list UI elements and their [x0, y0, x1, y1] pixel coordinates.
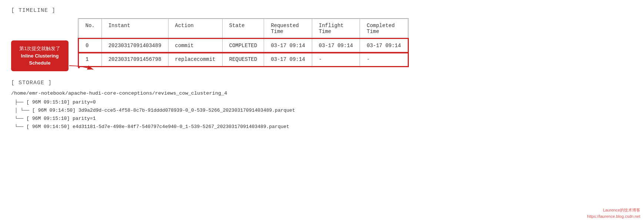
table-cell: REQUESTED	[222, 53, 264, 67]
col-no: No.	[79, 19, 101, 39]
table-cell: -	[312, 53, 360, 67]
col-action: Action	[168, 19, 222, 39]
callout-text-cn: 第1次提交就触发了	[17, 45, 63, 52]
tree-line: └── [ 96M 09:15:10] parity=1	[15, 115, 633, 123]
table-row: 120230317091456798replacecommitREQUESTED…	[79, 53, 408, 67]
table-row: 020230317091403489commitCOMPLETED03-17 0…	[79, 39, 408, 53]
table-header-row: No. Instant Action State RequestedTime I…	[79, 19, 408, 39]
table-cell: -	[360, 53, 408, 67]
table-cell: COMPLETED	[222, 39, 264, 53]
table-cell: replacecommit	[168, 53, 222, 67]
tree-line: ├── [ 96M 09:15:10] parity=0	[15, 98, 633, 106]
callout-arrow	[67, 58, 97, 81]
col-completed-time: CompletedTime	[360, 19, 408, 39]
col-state: State	[222, 19, 264, 39]
watermark-line1: Laurence的技术博客	[587, 207, 640, 213]
table-cell: 03-17 09:14	[264, 39, 312, 53]
table-cell: 03-17 09:14	[360, 39, 408, 53]
col-inflight-time: InflightTime	[312, 19, 360, 39]
storage-tree: ├── [ 96M 09:15:10] parity=0│ └── [ 96M …	[11, 98, 633, 131]
tree-line: └── [ 96M 09:14:50] e4d31181-5d7e-498e-8…	[15, 123, 633, 131]
timeline-container: 第1次提交就触发了 Inline Clustering Schedule No.…	[11, 18, 633, 69]
storage-section: [ STORAGE ] /home/emr-notebook/apache-hu…	[11, 80, 633, 131]
table-cell: 0	[79, 39, 101, 53]
table-cell: 20230317091456798	[101, 53, 168, 67]
col-requested-time: RequestedTime	[264, 19, 312, 39]
timeline-label: [ TIMELINE ]	[11, 7, 633, 14]
watermark-line2: https://laurence.blog.csdn.net	[587, 213, 640, 220]
table-cell: 03-17 09:14	[264, 53, 312, 67]
table-cell: 03-17 09:14	[312, 39, 360, 53]
table-cell: commit	[168, 39, 222, 53]
col-instant: Instant	[101, 19, 168, 39]
storage-path: /home/emr-notebook/apache-hudi-core-conc…	[11, 91, 633, 96]
watermark: Laurence的技术博客 https://laurence.blog.csdn…	[587, 207, 640, 219]
timeline-table-wrapper: No. Instant Action State RequestedTime I…	[78, 18, 409, 67]
table-cell: 20230317091403489	[101, 39, 168, 53]
callout-box: 第1次提交就触发了 Inline Clustering Schedule	[11, 40, 69, 71]
callout-text-en: Inline Clustering Schedule	[17, 52, 63, 67]
timeline-table: No. Instant Action State RequestedTime I…	[78, 19, 408, 67]
tree-line: │ └── [ 96M 09:14:50] 3d9a2d9d-cce5-4f58…	[15, 106, 633, 115]
storage-label: [ STORAGE ]	[11, 80, 633, 86]
